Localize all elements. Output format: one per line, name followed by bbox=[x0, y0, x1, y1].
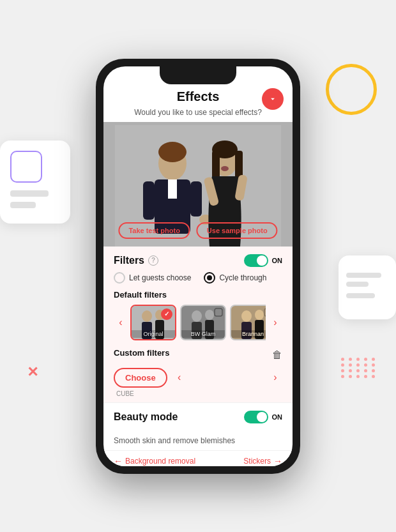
bottom-navigation: ← Background removal Stickers → bbox=[103, 450, 293, 466]
radio-cycle-label: Cycle through bbox=[219, 273, 266, 282]
deco-line-2 bbox=[10, 202, 36, 208]
beauty-toggle-container: ON bbox=[244, 411, 283, 423]
custom-filter-type-label: CUBE bbox=[114, 390, 282, 397]
filter-bw-label: BW Glam bbox=[181, 330, 225, 338]
svg-point-14 bbox=[221, 166, 229, 171]
filter-original-inner: ✓ Original bbox=[132, 306, 175, 339]
filter-bw-glam[interactable]: BW Glam bbox=[180, 305, 226, 340]
svg-rect-4 bbox=[168, 179, 177, 199]
take-test-photo-button[interactable]: Take test photo bbox=[118, 222, 190, 239]
svg-point-21 bbox=[192, 310, 202, 322]
filters-label: Filters bbox=[114, 255, 144, 266]
beauty-toggle-label: ON bbox=[272, 413, 283, 421]
deco-circle bbox=[326, 64, 377, 115]
svg-point-16 bbox=[142, 310, 152, 322]
svg-rect-6 bbox=[190, 181, 202, 217]
deco-line-r3 bbox=[346, 293, 375, 298]
default-filters-row: ‹ bbox=[114, 305, 282, 340]
radio-guests-label: Let guests choose bbox=[129, 273, 191, 282]
filters-toggle-label: ON bbox=[272, 257, 283, 264]
deco-x-mark: ✕ bbox=[27, 364, 38, 381]
filters-title-group: Filters ? bbox=[114, 255, 158, 266]
deco-line-r1 bbox=[346, 273, 381, 278]
delete-custom-filter-button[interactable]: 🗑 bbox=[272, 349, 282, 361]
filters-next-button[interactable]: › bbox=[268, 315, 282, 330]
choose-filter-button[interactable]: Choose bbox=[114, 368, 167, 388]
custom-filters-title: Custom filters bbox=[114, 348, 169, 358]
back-nav-label: Background removal bbox=[125, 457, 195, 466]
page-subtitle: Would you like to use special effects? bbox=[103, 107, 293, 122]
phone-notch bbox=[160, 66, 236, 84]
svg-rect-5 bbox=[143, 181, 155, 220]
filter-brannan-inner: Brannan bbox=[231, 306, 266, 339]
deco-dots-pattern bbox=[341, 358, 377, 378]
radio-guests-circle bbox=[114, 272, 125, 284]
beauty-section: Beauty mode ON bbox=[103, 403, 293, 436]
custom-filter-next-button[interactable]: › bbox=[268, 370, 282, 384]
phone-frame: Effects Would you like to use special ef… bbox=[96, 59, 300, 474]
filters-scroll-area: ✓ Original bbox=[130, 305, 266, 340]
filters-toggle[interactable] bbox=[244, 254, 268, 267]
custom-filters-row: Choose ‹ › bbox=[114, 368, 282, 388]
deco-card-left bbox=[0, 141, 70, 224]
filters-toggle-container: ON bbox=[244, 254, 283, 267]
filters-section: Filters ? ON Let guests choose bbox=[103, 247, 293, 402]
radio-cycle-through[interactable]: Cycle through bbox=[204, 272, 266, 284]
deco-card-right bbox=[339, 255, 396, 319]
back-nav-link[interactable]: ← Background removal bbox=[114, 456, 195, 466]
page-title: Effects bbox=[177, 89, 220, 104]
main-content: Filters ? ON Let guests choose bbox=[103, 247, 293, 466]
deco-line-r2 bbox=[346, 282, 369, 287]
svg-point-23 bbox=[205, 310, 214, 320]
forward-arrow-icon: → bbox=[273, 456, 282, 466]
filters-prev-button[interactable]: ‹ bbox=[114, 315, 128, 330]
photo-preview-area: Take test photo Use sample photo bbox=[103, 122, 293, 247]
filter-brannan[interactable]: Brannan bbox=[230, 305, 266, 340]
filter-original[interactable]: ✓ Original bbox=[130, 305, 176, 340]
radio-cycle-circle bbox=[204, 272, 215, 284]
phone-screen: Effects Would you like to use special ef… bbox=[103, 66, 293, 466]
photo-action-buttons: Take test photo Use sample photo bbox=[118, 222, 277, 239]
use-sample-photo-button[interactable]: Use sample photo bbox=[197, 222, 278, 239]
filter-original-label: Original bbox=[132, 330, 175, 338]
filter-original-check: ✓ bbox=[161, 308, 172, 320]
filter-bw-inner: BW Glam bbox=[181, 306, 225, 339]
default-filters-title: Default filters bbox=[114, 290, 282, 300]
beauty-toggle[interactable] bbox=[244, 411, 268, 423]
beauty-header: Beauty mode ON bbox=[114, 411, 282, 423]
svg-point-2 bbox=[158, 142, 187, 162]
deco-purple-box bbox=[10, 151, 42, 183]
filters-info-icon[interactable]: ? bbox=[148, 255, 158, 266]
forward-nav-label: Stickers bbox=[243, 457, 271, 466]
filter-brannan-label: Brannan bbox=[231, 330, 266, 338]
filter-mode-radio-group: Let guests choose Cycle through bbox=[114, 272, 282, 284]
radio-let-guests[interactable]: Let guests choose bbox=[114, 272, 191, 284]
back-arrow-icon: ← bbox=[114, 456, 123, 466]
custom-filters-header: Custom filters 🗑 bbox=[114, 348, 282, 363]
filters-header: Filters ? ON bbox=[114, 254, 282, 267]
deco-line-1 bbox=[10, 190, 49, 197]
beauty-title: Beauty mode bbox=[114, 411, 178, 423]
forward-nav-link[interactable]: Stickers → bbox=[243, 456, 282, 466]
beauty-description: Smooth skin and remove blemishes bbox=[103, 436, 293, 450]
svg-point-29 bbox=[255, 310, 264, 320]
custom-filter-prev-button[interactable]: ‹ bbox=[172, 370, 187, 384]
close-button[interactable] bbox=[262, 88, 284, 110]
svg-point-27 bbox=[241, 310, 252, 322]
app-header: Effects bbox=[103, 84, 293, 107]
